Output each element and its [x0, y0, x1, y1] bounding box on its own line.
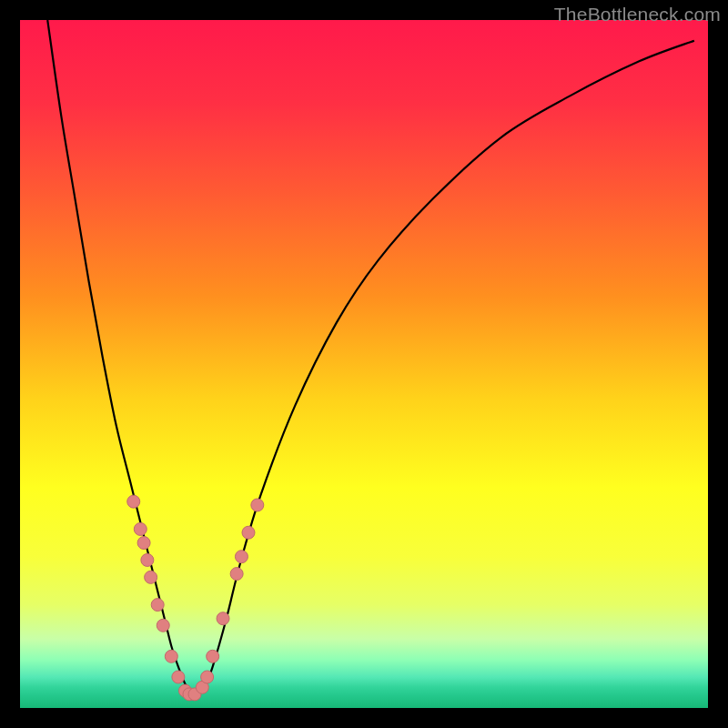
curve-marker	[127, 495, 140, 508]
curve-marker	[165, 650, 177, 662]
chart-frame	[20, 20, 708, 708]
curve-marker	[151, 599, 164, 612]
curve-marker	[134, 522, 147, 535]
curve-marker	[230, 568, 243, 581]
curve-marker	[242, 526, 255, 539]
gradient-background	[20, 20, 708, 708]
curve-marker	[251, 499, 264, 511]
curve-marker	[207, 650, 219, 662]
curve-marker	[137, 537, 150, 550]
curve-marker	[217, 612, 229, 625]
curve-marker	[201, 671, 214, 683]
watermark-text: TheBottleneck.com	[554, 4, 721, 25]
curve-marker	[172, 671, 185, 683]
curve-marker	[145, 571, 157, 583]
curve-marker	[141, 553, 154, 566]
bottleneck-chart	[20, 20, 708, 708]
curve-marker	[157, 619, 169, 632]
curve-marker	[235, 551, 248, 563]
